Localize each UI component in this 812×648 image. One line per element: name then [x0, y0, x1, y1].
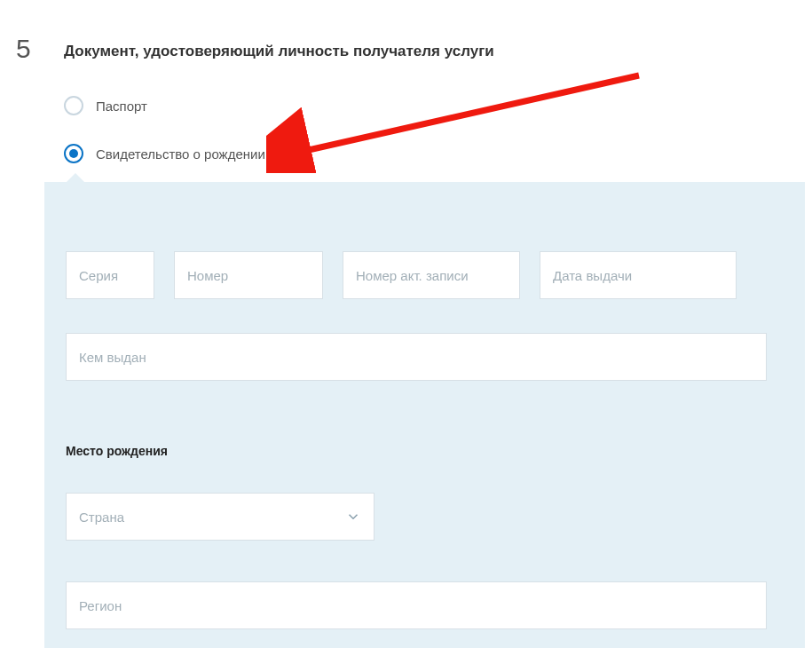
annotation-arrow-icon [266, 67, 648, 173]
country-row: Страна [66, 493, 374, 541]
radio-passport[interactable]: Паспорт [64, 96, 265, 115]
step-number: 5 [16, 34, 31, 64]
series-input[interactable] [66, 251, 154, 299]
chevron-down-icon [345, 509, 361, 525]
panel-pointer-icon [67, 173, 84, 182]
document-type-radio-group: Паспорт Свидетельство о рождении [64, 96, 265, 192]
radio-birth-certificate[interactable]: Свидетельство о рождении [64, 144, 265, 163]
country-select-placeholder: Страна [79, 510, 345, 525]
issued-by-row [66, 333, 767, 381]
radio-icon [64, 144, 83, 163]
radio-label-passport: Паспорт [96, 99, 147, 114]
birth-certificate-panel: Место рождения Страна [44, 182, 805, 648]
issue-date-input[interactable] [540, 251, 737, 299]
act-number-input[interactable] [343, 251, 520, 299]
radio-label-birth-certificate: Свидетельство о рождении [96, 146, 265, 162]
issued-by-input[interactable] [66, 333, 767, 381]
svg-line-1 [293, 75, 639, 154]
number-input[interactable] [174, 251, 323, 299]
country-select[interactable]: Страна [66, 493, 374, 541]
section-title: Документ, удостоверяющий личность получа… [64, 43, 494, 60]
region-input[interactable] [66, 581, 767, 629]
doc-fields-row [66, 251, 737, 299]
birthplace-heading: Место рождения [66, 444, 168, 458]
radio-icon [64, 96, 83, 115]
region-row [66, 581, 767, 629]
